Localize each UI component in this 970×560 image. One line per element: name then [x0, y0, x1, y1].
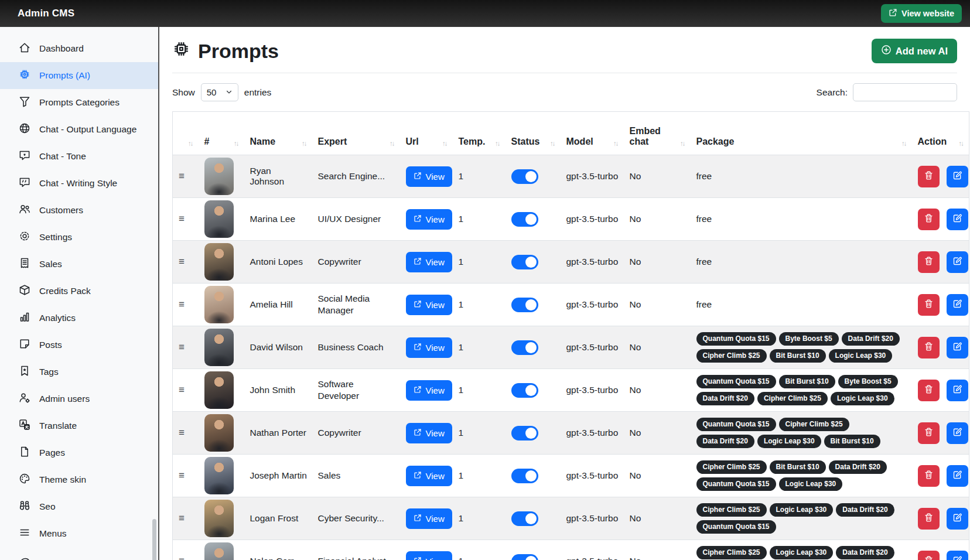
- sidebar-scrollbar[interactable]: [152, 519, 156, 560]
- column-header-model[interactable]: Model↑↓: [561, 112, 624, 155]
- sidebar-item-prompts-categories[interactable]: Prompts Categories: [0, 89, 158, 116]
- sidebar-item-prompts-ai[interactable]: Prompts (AI): [0, 62, 158, 89]
- sidebar-item-customers[interactable]: Customers: [0, 197, 158, 224]
- sidebar-item-credits-pack[interactable]: Credits Pack: [0, 278, 158, 305]
- cpu-icon: [172, 40, 190, 63]
- delete-button[interactable]: [918, 508, 940, 530]
- view-website-button[interactable]: View website: [881, 4, 962, 23]
- sidebar-item-settings[interactable]: Settings: [0, 224, 158, 251]
- drag-handle-icon[interactable]: ≡: [179, 213, 185, 224]
- column-header-sort[interactable]: ↑↓: [173, 112, 199, 155]
- sidebar-item-chat-writing-style[interactable]: Chat - Writing Style: [0, 170, 158, 197]
- drag-handle-icon[interactable]: ≡: [179, 384, 185, 395]
- view-button[interactable]: View: [406, 209, 452, 230]
- column-header-package[interactable]: Package↑↓: [691, 112, 912, 155]
- sort-icon[interactable]: ↑↓: [680, 140, 686, 147]
- delete-button[interactable]: [918, 465, 940, 487]
- edit-button[interactable]: [947, 294, 968, 316]
- view-button[interactable]: View: [406, 423, 452, 443]
- edit-button[interactable]: [947, 209, 968, 230]
- view-button[interactable]: View: [406, 337, 452, 358]
- sort-icon[interactable]: ↑↓: [390, 140, 395, 147]
- package-badge: Byte Boost $5: [779, 332, 839, 346]
- view-button[interactable]: View: [406, 295, 452, 315]
- sort-icon[interactable]: ↑↓: [495, 140, 501, 147]
- sort-icon[interactable]: ↑↓: [234, 140, 240, 147]
- sort-icon[interactable]: ↑↓: [959, 140, 965, 147]
- delete-button[interactable]: [918, 337, 940, 358]
- column-header-name[interactable]: Name↑↓: [244, 112, 312, 155]
- drag-handle-icon[interactable]: ≡: [179, 170, 185, 182]
- drag-handle-icon[interactable]: ≡: [179, 427, 185, 438]
- page-size-select[interactable]: 50: [201, 83, 238, 101]
- view-button[interactable]: View: [406, 252, 452, 272]
- sidebar-item-sales[interactable]: Sales: [0, 251, 158, 278]
- sidebar-item-seo[interactable]: Seo: [0, 493, 158, 520]
- status-toggle[interactable]: [511, 511, 538, 526]
- delete-button[interactable]: [918, 380, 940, 401]
- status-toggle[interactable]: [511, 255, 538, 269]
- sort-icon[interactable]: ↑↓: [550, 140, 556, 147]
- drag-handle-icon[interactable]: ≡: [179, 299, 185, 310]
- drag-handle-icon[interactable]: ≡: [179, 256, 185, 267]
- column-header-expert[interactable]: Expert↑↓: [312, 112, 400, 155]
- status-toggle[interactable]: [511, 298, 538, 312]
- view-button[interactable]: View: [406, 466, 452, 486]
- search-input[interactable]: [853, 83, 957, 101]
- sidebar-item-chat-tone[interactable]: Chat - Tone: [0, 143, 158, 170]
- sidebar-item-tags[interactable]: Tags: [0, 358, 158, 385]
- package-badge: Logic Leap $30: [779, 477, 843, 491]
- sort-icon[interactable]: ↑↓: [302, 140, 308, 147]
- drag-handle-icon[interactable]: ≡: [179, 513, 185, 524]
- drag-handle-icon[interactable]: ≡: [179, 555, 185, 560]
- status-toggle[interactable]: [511, 169, 538, 184]
- status-toggle[interactable]: [511, 469, 538, 483]
- delete-button[interactable]: [918, 166, 940, 187]
- edit-button[interactable]: [947, 465, 968, 487]
- edit-button[interactable]: [947, 166, 968, 187]
- edit-button[interactable]: [947, 380, 968, 401]
- column-header-temp-[interactable]: Temp.↑↓: [453, 112, 506, 155]
- delete-button[interactable]: [918, 551, 940, 560]
- delete-button[interactable]: [918, 209, 940, 230]
- status-toggle[interactable]: [511, 212, 538, 227]
- sort-icon[interactable]: ↑↓: [613, 140, 619, 147]
- view-button[interactable]: View: [406, 380, 452, 401]
- sidebar-item-theme-skin[interactable]: Theme skin: [0, 466, 158, 493]
- sidebar-item-chat-output-language[interactable]: Chat - Output Language: [0, 116, 158, 143]
- sort-icon[interactable]: ↑↓: [188, 140, 194, 147]
- sidebar-item-menus[interactable]: Menus: [0, 520, 158, 547]
- column-header-url[interactable]: Url↑↓: [400, 112, 453, 155]
- sort-icon[interactable]: ↑↓: [901, 140, 907, 147]
- sidebar-item-posts[interactable]: Posts: [0, 332, 158, 358]
- column-header-#[interactable]: #↑↓: [199, 112, 244, 155]
- status-toggle[interactable]: [511, 383, 538, 398]
- column-header-embed-chat[interactable]: Embed chat↑↓: [624, 112, 691, 155]
- drag-handle-icon[interactable]: ≡: [179, 342, 185, 353]
- view-button[interactable]: View: [406, 166, 452, 187]
- sidebar-item-dashboard[interactable]: Dashboard: [0, 35, 158, 62]
- edit-button[interactable]: [947, 251, 968, 273]
- status-toggle[interactable]: [511, 426, 538, 441]
- edit-button[interactable]: [947, 422, 968, 444]
- drag-handle-icon[interactable]: ≡: [179, 470, 185, 481]
- add-new-ai-button[interactable]: Add new AI: [872, 39, 957, 63]
- sidebar-item-hidden[interactable]: [0, 547, 158, 560]
- edit-button[interactable]: [947, 508, 968, 530]
- sidebar-item-translate[interactable]: Translate: [0, 412, 158, 439]
- delete-button[interactable]: [918, 422, 940, 444]
- sidebar-item-pages[interactable]: Pages: [0, 439, 158, 466]
- sidebar-item-analytics[interactable]: Analytics: [0, 305, 158, 332]
- delete-button[interactable]: [918, 251, 940, 273]
- status-toggle[interactable]: [511, 554, 538, 560]
- column-header-action[interactable]: Action↑↓: [912, 112, 969, 155]
- sort-icon[interactable]: ↑↓: [442, 140, 448, 147]
- status-toggle[interactable]: [511, 340, 538, 355]
- edit-button[interactable]: [947, 337, 968, 358]
- sidebar-item-admin-users[interactable]: Admin users: [0, 385, 158, 412]
- view-button[interactable]: View: [406, 508, 452, 529]
- delete-button[interactable]: [918, 294, 940, 316]
- view-button[interactable]: View: [406, 551, 452, 560]
- column-header-status[interactable]: Status↑↓: [506, 112, 561, 155]
- edit-button[interactable]: [947, 551, 968, 560]
